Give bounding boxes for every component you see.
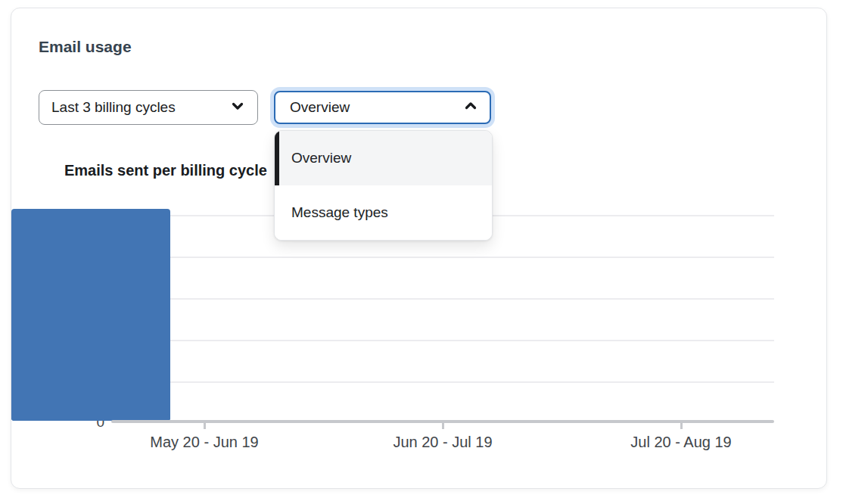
menu-item-label: Message types — [291, 204, 388, 221]
chart-bar-jun20-jul19 — [11, 270, 170, 421]
gridline — [111, 381, 774, 383]
x-axis-tick — [204, 423, 206, 429]
selected-item-indicator — [275, 131, 279, 185]
email-usage-panel: Email usage Last 3 billing cycles Overvi… — [11, 8, 827, 489]
x-axis-label: Jun 20 - Jul 19 — [329, 434, 556, 451]
menu-item-overview[interactable]: Overview — [275, 131, 492, 185]
emails-sent-bar-chart: Emails sent per billing cycle 2.5K 2K 1.… — [11, 8, 826, 488]
view-select[interactable]: Overview — [274, 91, 491, 124]
chart-title: Emails sent per billing cycle — [64, 162, 267, 179]
x-axis-label: May 20 - Jun 19 — [91, 434, 318, 451]
chevron-up-icon — [462, 98, 479, 118]
gridline — [111, 298, 774, 300]
menu-item-label: Overview — [291, 150, 351, 166]
x-axis-tick — [442, 423, 444, 429]
view-select-value: Overview — [290, 99, 350, 116]
gridline — [111, 340, 774, 341]
view-select-menu: Overview Message types — [274, 130, 493, 241]
x-axis-tick — [680, 423, 683, 429]
x-axis-label: Jul 20 - Aug 19 — [568, 434, 795, 451]
gridline — [111, 257, 774, 258]
menu-item-message-types[interactable]: Message types — [275, 185, 492, 240]
